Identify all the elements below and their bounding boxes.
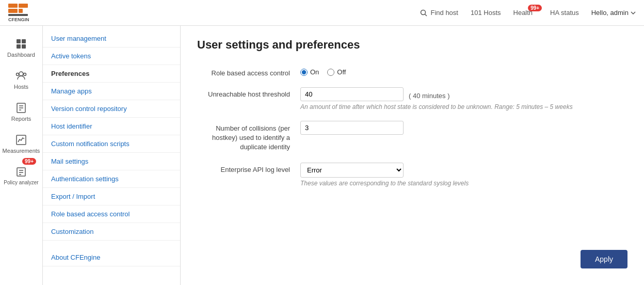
rbac-control: On Off: [300, 66, 627, 76]
layout: Dashboard Hosts Reports: [0, 26, 644, 285]
sub-sidebar-active-tokens[interactable]: Active tokens: [43, 48, 180, 65]
svg-point-15: [17, 73, 19, 76]
main-content: User settings and preferences Role based…: [181, 26, 644, 285]
sidebar-item-hosts-label: Hosts: [14, 84, 28, 90]
find-host-nav[interactable]: Find host: [420, 9, 458, 17]
search-icon: [420, 9, 427, 17]
unreachable-suffix: ( 40 minutes ): [409, 89, 449, 100]
unreachable-input[interactable]: [300, 87, 404, 101]
rbac-radio-group: On Off: [300, 66, 627, 76]
rbac-on-radio[interactable]: [300, 69, 308, 76]
sub-sidebar-export-import[interactable]: Export / Import: [43, 188, 180, 205]
api-log-hint: These values are corresponding to the st…: [300, 180, 627, 187]
hosts-icon: [15, 70, 27, 82]
cfengine-logo: CFENGINE ENTERPRISE: [8, 4, 29, 22]
unreachable-row: Unreachable host threshold ( 40 minutes …: [197, 87, 627, 110]
svg-rect-0: [8, 4, 18, 8]
user-menu[interactable]: Hello, admin: [591, 9, 636, 17]
unreachable-hint: An amount of time after which host state…: [300, 103, 627, 110]
page-title: User settings and preferences: [197, 38, 627, 52]
sub-sidebar-authentication[interactable]: Authentication settings: [43, 170, 180, 188]
unreachable-label: Unreachable host threshold: [197, 87, 300, 98]
sidebar-item-reports[interactable]: Reports: [0, 96, 42, 128]
header: CFENGINE ENTERPRISE Find host 101 Hosts …: [0, 0, 644, 26]
hosts-count-nav[interactable]: 101 Hosts: [471, 9, 501, 17]
ha-status-label: HA status: [550, 9, 579, 17]
svg-rect-11: [17, 44, 21, 49]
svg-rect-9: [17, 39, 21, 43]
sub-sidebar-manage-apps[interactable]: Manage apps: [43, 83, 180, 100]
sidebar-item-measurements-label: Measurements: [3, 148, 40, 154]
sidebar-item-policy-analyzer-label: Policy analyzer: [4, 180, 38, 185]
sub-sidebar: User management Active tokens Preference…: [43, 26, 181, 285]
svg-rect-12: [22, 44, 26, 49]
rbac-off-label: Off: [337, 68, 346, 76]
measurements-icon: [15, 134, 27, 146]
sidebar: Dashboard Hosts Reports: [0, 26, 43, 285]
sidebar-item-dashboard-label: Dashboard: [7, 52, 35, 58]
api-log-row: Enterprise API log level Error Warning I…: [197, 163, 627, 187]
reports-icon: [15, 102, 27, 114]
header-nav: Find host 101 Hosts Health 99+ HA status…: [420, 9, 636, 17]
api-log-control: Error Warning Info Debug These values ar…: [300, 163, 627, 187]
sidebar-item-dashboard[interactable]: Dashboard: [0, 32, 42, 64]
policy-analyzer-icon: [15, 166, 27, 178]
sub-sidebar-mail-settings[interactable]: Mail settings: [43, 153, 180, 170]
sidebar-item-reports-label: Reports: [11, 116, 31, 122]
sub-sidebar-preferences[interactable]: Preferences: [43, 65, 180, 83]
svg-rect-3: [19, 9, 23, 13]
svg-line-8: [425, 14, 427, 16]
sub-sidebar-customization[interactable]: Customization: [43, 223, 180, 241]
svg-rect-4: [8, 14, 28, 16]
sidebar-item-hosts[interactable]: Hosts: [0, 64, 42, 96]
unreachable-input-row: ( 40 minutes ): [300, 87, 627, 101]
collisions-label: Number of collisions (per hostkey) used …: [197, 121, 300, 152]
sub-sidebar-host-identifier[interactable]: Host identifier: [43, 118, 180, 135]
svg-point-14: [24, 73, 26, 76]
unreachable-control: ( 40 minutes ) An amount of time after w…: [300, 87, 627, 110]
svg-point-13: [19, 72, 23, 76]
svg-text:CFENGINE: CFENGINE: [8, 17, 29, 22]
collisions-input[interactable]: [300, 121, 404, 135]
sub-sidebar-about[interactable]: About CFEngine: [43, 249, 180, 266]
rbac-off-radio[interactable]: [327, 69, 334, 76]
api-log-label: Enterprise API log level: [197, 163, 300, 173]
hello-label: Hello, admin: [591, 9, 629, 17]
rbac-off-option[interactable]: Off: [327, 68, 346, 76]
chevron-down-icon: [631, 11, 636, 14]
sub-sidebar-version-control[interactable]: Version control repository: [43, 100, 180, 118]
policy-analyzer-badge: 99+: [22, 158, 36, 165]
rbac-on-label: On: [310, 68, 319, 76]
sidebar-item-policy-analyzer[interactable]: 99+ Policy analyzer: [0, 160, 42, 192]
svg-rect-2: [19, 4, 28, 8]
svg-rect-1: [8, 9, 18, 13]
dashboard-icon: [15, 38, 27, 50]
sub-sidebar-custom-notifications[interactable]: Custom notification scripts: [43, 135, 180, 153]
find-host-label: Find host: [430, 9, 458, 17]
ha-status-nav[interactable]: HA status: [550, 9, 579, 17]
collisions-control: [300, 121, 627, 135]
svg-rect-10: [22, 39, 26, 43]
api-log-select[interactable]: Error Warning Info Debug: [300, 163, 404, 178]
rbac-label: Role based access control: [197, 66, 300, 77]
sidebar-item-measurements[interactable]: Measurements: [0, 128, 42, 160]
hosts-count-label: 101 Hosts: [471, 9, 501, 17]
health-badge: 99+: [528, 5, 542, 11]
logo: CFENGINE ENTERPRISE: [8, 4, 29, 22]
apply-button[interactable]: Apply: [581, 250, 627, 268]
collisions-row: Number of collisions (per hostkey) used …: [197, 121, 627, 152]
svg-point-7: [421, 10, 426, 14]
rbac-row: Role based access control On Off: [197, 66, 627, 77]
health-nav[interactable]: Health 99+: [513, 9, 538, 17]
rbac-on-option[interactable]: On: [300, 68, 319, 76]
sub-sidebar-user-management[interactable]: User management: [43, 30, 180, 48]
sub-sidebar-rbac[interactable]: Role based access control: [43, 205, 180, 223]
